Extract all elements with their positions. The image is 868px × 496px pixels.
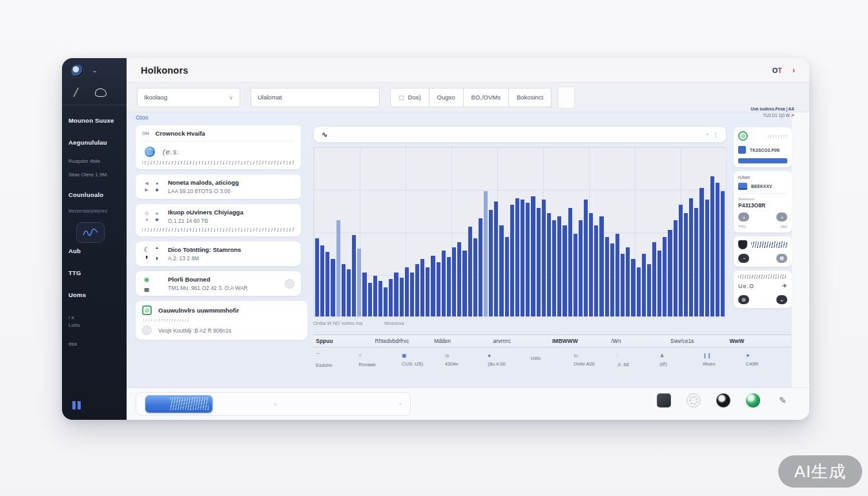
table-cell[interactable]: ⫶,0. 68 bbox=[617, 353, 660, 368]
table-cell[interactable]: ⌗Rovaab bbox=[359, 353, 402, 368]
clock-icon[interactable]: ◑ bbox=[776, 212, 787, 222]
sidebar-item[interactable]: dsa bbox=[68, 341, 120, 347]
chart-bar bbox=[400, 278, 404, 316]
chart-bar bbox=[484, 191, 488, 316]
sidebar-item[interactable]: TTG bbox=[68, 269, 120, 276]
search-input[interactable] bbox=[258, 94, 373, 101]
chart-bar bbox=[610, 243, 614, 316]
cell-value: (8u.4.00 bbox=[488, 361, 531, 367]
progress-card[interactable]: TK3SCO3.F0N bbox=[734, 127, 792, 167]
card-icon bbox=[738, 183, 747, 190]
header: Holkonors OT › bbox=[127, 58, 809, 83]
chart-bar bbox=[599, 216, 603, 316]
sidebar-item[interactable]: Counluoalo bbox=[68, 191, 120, 198]
chart-bar bbox=[521, 200, 524, 316]
chart-bars bbox=[315, 147, 725, 316]
chart-bar bbox=[473, 238, 477, 316]
gauge-icon-cluster: ◎▲ ●◆ bbox=[142, 211, 161, 222]
sidebar-item[interactable]: / s Lo0o bbox=[68, 314, 120, 329]
table-cell[interactable]: ●(8u.4.00 bbox=[488, 353, 531, 368]
account-card[interactable]: rUkex BEEKXXV Suwuuuu P4313O8R ◖ ◑ bbox=[734, 171, 792, 232]
sidebar-item[interactable]: Silas Olere 1.9M. bbox=[68, 172, 120, 178]
sidebar-item[interactable]: Mounon Suuxe bbox=[68, 117, 120, 124]
progress-bar bbox=[738, 158, 787, 163]
table-column-header: WwW bbox=[730, 338, 789, 344]
chart-bar bbox=[615, 234, 619, 316]
dark-app-icon[interactable] bbox=[657, 393, 671, 408]
seal-badge-icon[interactable] bbox=[687, 393, 701, 408]
app-window: ⌁ ╱ Mounon SuuxeAegunululauRuapdor 4blix… bbox=[62, 58, 809, 420]
handwritten-note: (e.s. bbox=[163, 148, 180, 156]
list-item[interactable]: ☾● ▮◗ Dico Totntting: Stamrons A.2. 13 2… bbox=[136, 242, 301, 266]
table-cell[interactable]: ❙❙Wueo bbox=[703, 353, 746, 368]
primary-cta-button[interactable] bbox=[145, 395, 212, 413]
wave-icon[interactable]: ∿ bbox=[322, 130, 327, 139]
filter-button[interactable]: Ougso bbox=[429, 88, 464, 107]
app-logo-icon[interactable] bbox=[71, 65, 84, 78]
brand-card[interactable]: ◔ ▦ bbox=[734, 236, 792, 267]
list-item[interactable]: ◎▲ ●◆ Ikuop oUviners Chiyiagga O.1 21 14… bbox=[136, 204, 301, 236]
flag-icon-cluster: ◀● ▶◆ bbox=[142, 181, 161, 192]
filter-dropdown[interactable]: Ikoolaog ∨ bbox=[137, 88, 240, 107]
pencil-icon[interactable]: ╱ bbox=[74, 88, 78, 97]
filter-extra-button[interactable] bbox=[558, 87, 575, 108]
table-cell[interactable]: IuOnltv A00 bbox=[574, 353, 617, 368]
list-item[interactable]: ◀● ▶◆ Noneta malods, aticiogg LAA 59.10 … bbox=[136, 174, 301, 199]
chevron-right-icon[interactable]: › bbox=[274, 401, 276, 408]
chart-bar bbox=[462, 251, 466, 316]
browser-app-icon[interactable] bbox=[746, 393, 760, 408]
chart-bar bbox=[342, 264, 346, 316]
chat-icon[interactable]: ◒ bbox=[776, 295, 787, 304]
chart-bar bbox=[347, 269, 351, 316]
pen-icon[interactable]: ✎ bbox=[776, 393, 790, 408]
list-item[interactable]: Oauwulnvlrs uuwmmmhofir Veojs KoutMji :B… bbox=[136, 301, 307, 340]
table-cell[interactable]: /a430Av bbox=[445, 353, 488, 368]
table-cell[interactable]: ➤CA5R bbox=[745, 353, 789, 368]
chart-bar bbox=[362, 273, 366, 316]
header-ot-icon[interactable]: OT bbox=[772, 67, 782, 74]
grid-icon[interactable]: ▦ bbox=[776, 254, 787, 263]
flight-card[interactable]: Ue.O ✈ ◍ ◒ bbox=[734, 271, 792, 308]
content: Gtoo OH Crownock Hvaifa (e.s. bbox=[127, 112, 809, 388]
chart-bar bbox=[420, 259, 424, 316]
chart-bar bbox=[368, 283, 372, 316]
chart-bar bbox=[547, 213, 551, 316]
chart-bar bbox=[505, 237, 509, 316]
gtoo-link[interactable]: Gtoo bbox=[136, 114, 149, 121]
comment-icon[interactable]: ◔ bbox=[738, 254, 749, 263]
chart-caption-right: Mosunxa bbox=[384, 320, 404, 326]
sidebar-mini-icon[interactable]: ⌁ bbox=[93, 68, 97, 75]
cell-value: Rovaab bbox=[359, 362, 402, 367]
cell-icon: ⌗ bbox=[359, 353, 402, 359]
pause-icon[interactable] bbox=[72, 401, 81, 409]
toolbar-dot-icon[interactable]: ▪ bbox=[706, 131, 708, 138]
binocular-icon[interactable]: ◍ bbox=[738, 295, 749, 304]
scribble-value bbox=[768, 135, 787, 138]
filter-icon-button[interactable]: ▢ Dos) bbox=[390, 88, 429, 107]
table-row[interactable]: ⌒Esdohn⌗Rovaab▣CUS: US)/a430Av●(8u.4.00U… bbox=[313, 347, 791, 375]
sidebar-item[interactable]: Ruapdor 4blix bbox=[68, 158, 120, 164]
cell-icon: Iu bbox=[574, 353, 617, 358]
table-cell[interactable]: ⌒Esdohn bbox=[316, 353, 359, 368]
cell-icon: ♟ bbox=[659, 353, 703, 358]
sidebar-item[interactable]: Aegunululau bbox=[68, 139, 120, 146]
cloud-icon[interactable] bbox=[95, 88, 107, 97]
camera-app-icon[interactable] bbox=[716, 393, 730, 408]
list-item[interactable]: OH Crownock Hvaifa (e.s. bbox=[136, 125, 301, 169]
chart-bar bbox=[326, 252, 329, 316]
table-cell[interactable]: Ustu bbox=[531, 353, 574, 368]
sidebar-item[interactable]: Aub bbox=[68, 247, 120, 254]
sidebar-item[interactable]: Messensseylatynes bbox=[68, 209, 120, 213]
phone-icon[interactable]: ◖ bbox=[738, 212, 749, 222]
chart-bar bbox=[699, 188, 703, 316]
filter-button[interactable]: Bokosinct bbox=[509, 88, 552, 107]
footer-bar: › ▪ ✎ bbox=[127, 388, 809, 420]
table-cell[interactable]: ♟(df) bbox=[659, 353, 703, 368]
table-cell[interactable]: ▣CUS: US) bbox=[402, 353, 445, 368]
sidebar-active-tile[interactable] bbox=[76, 222, 105, 243]
list-item[interactable]: ◉ ▄ Plorli Bourned TM1 Mu .961 O2 42 3. … bbox=[136, 271, 301, 296]
sidebar-item[interactable]: Uoms bbox=[68, 291, 120, 298]
filter-button[interactable]: BO,/OVMs bbox=[464, 88, 509, 107]
toolbar-flag-icon[interactable]: ❘ bbox=[713, 131, 718, 138]
header-chevron-icon[interactable]: › bbox=[792, 66, 795, 75]
